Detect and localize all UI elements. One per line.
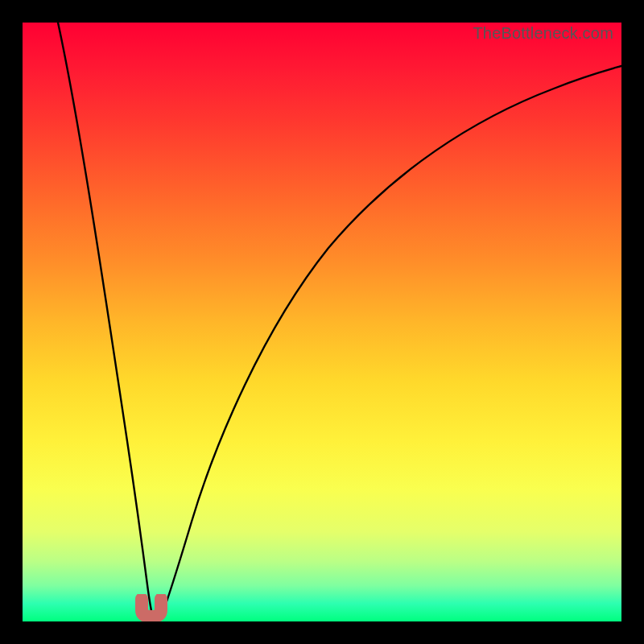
- watermark-text: TheBottleneck.com: [473, 24, 613, 43]
- optimal-point-marker: [135, 594, 167, 621]
- plot-area: TheBottleneck.com: [23, 23, 621, 621]
- chart-frame: TheBottleneck.com: [0, 0, 644, 644]
- bottleneck-curve: [23, 23, 621, 621]
